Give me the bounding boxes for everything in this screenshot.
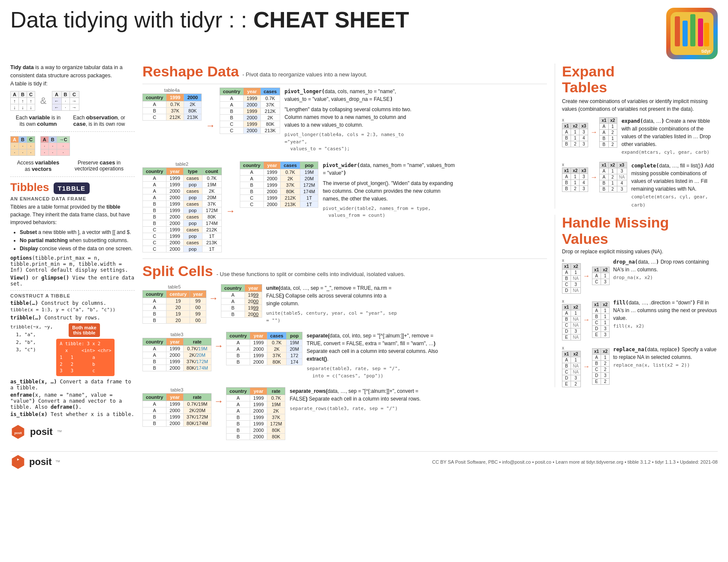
separate-code: separate(table3, rate, sep = "/", into =… [307,365,440,380]
pivot-wider-text: The inverse of pivot_longer(). "Widen" d… [323,179,456,203]
table3b-label: table3 [171,387,184,392]
view-line: View() or glimpse() View the entire data… [10,275,135,287]
svg-rect-3 [690,14,695,46]
tidy-diagrams-2: ABC ··· ··· AB→C ··· ··· [10,136,135,156]
complete-func-desc: complete(data, …, fill = list()) Add mis… [631,162,718,209]
tribble-code: tribble(~x, ~y, 1, "a", 2, "b", 3, "c") [10,323,53,353]
unite-row: table5 country century year A1999 A2000 … [142,284,547,327]
fill-input: x1x2 A1 BNA CNA D3 ENA [562,304,581,340]
bullet-subset: Subset a new tibble with ], a vector wit… [20,228,135,237]
expand-item: x x1x2x3 A13 B14 B23 → x1x2 [562,117,718,156]
reshape-header: Reshape Data - Pivot data to reorganize … [142,64,547,84]
footer: ▶ posit ™ CC BY SA Posit Software, PBC •… [10,451,718,470]
pivot-longer-text: "Lengthen" data by collapsing several co… [284,106,417,129]
main-content: Tidy data is a way to organize tabular d… [10,64,718,445]
replace-na-tables: x x1x2 A1 BNA CNA D3 E2 → [562,346,610,387]
middle-column: Reshape Data - Pivot data to reorganize … [142,64,547,445]
options-line: options(tibble.print_max = n, tibble.pri… [10,255,135,273]
svg-text:▶: ▶ [17,458,19,461]
complete-arrow: → [590,173,597,181]
tibbles-bullets: Subset a new tibble with ], a vector wit… [14,228,135,253]
fill-code: fill(x, x2) [613,323,644,329]
drop-na-arrow: → [583,272,590,280]
table4a-output: country year cases A19990.7K A200037K B1… [220,88,280,134]
th-2000: 2000 [184,94,202,101]
svg-rect-4 [698,18,703,46]
separate-desc: separate(data, col, into, sep = "[^[:aln… [307,332,440,382]
fill-item: x x1x2 A1 BNA CNA D3 ENA → [562,299,718,340]
header-title: Data tidying with tidyr : : CHEAT SHEET [10,8,409,32]
expand-section: ExpandTables Create new combinations of … [555,64,718,209]
tibbles-section: Tibbles T1BBLE AN ENHANCED DATA FRAME Ti… [10,181,135,417]
posit-footer-name: posit [29,456,52,468]
fill-desc: fill(data, …, .direction = "down") Fill … [613,299,718,330]
split-heading: Split Cells [142,263,213,279]
table2: country year type count A1999cases0.7K A… [142,167,222,252]
table5-label: table5 [168,284,181,289]
table2-label: table2 [175,161,188,167]
both-make-button: Both makethis tibble [69,323,100,337]
expand-output-table: x1x2 A1 A2 B1 B2 [599,117,617,148]
posit-footer-hex: ▶ [10,454,26,470]
access-labels: Access variablesas vectors Preserve case… [10,159,135,172]
posit-trademark: ™ [57,429,62,435]
tidyr-logo: tidyr [666,8,718,59]
footer-copyright: CC BY SA Posit Software, PBC • info@posi… [432,459,718,465]
th-1999: 1999 [166,94,184,101]
separate-rows-arrow: → [214,387,224,407]
table2-container: table2 country year type count A1999case… [142,161,222,252]
complete-x-table: x x1x2x3 A13 B14 B23 [562,162,588,192]
table4a-container: table4a country 1999 2000 A0.7K2K B37K80… [142,88,202,155]
replace-na-output: x1x2 A1 B2 C2 D3 E2 [592,348,610,385]
svg-rect-2 [683,21,688,46]
expand-x-table: x x1x2x3 A13 B14 B23 [562,118,588,147]
bullet-display: Display concise views of the data on one… [20,245,135,253]
expand-heading: ExpandTables [562,64,718,96]
expand-output: x1x2 A1 A2 B1 B2 [599,117,617,148]
unite-arrow: → [209,284,218,304]
posit-logo-section: posit posit ™ [10,424,135,440]
missing-heading: Handle Missing Values [562,215,718,247]
replace-na-output-table: x1x2 A1 B2 C2 D3 E2 [592,348,610,385]
right-column: ExpandTables Create new combinations of … [555,64,718,392]
replace-na-item: x x1x2 A1 BNA CNA D3 E2 → [562,346,718,387]
table4a: country 1999 2000 A0.7K2K B37K80K C212K2… [142,94,202,121]
th-country: country [143,94,166,101]
separate-arrow: → [214,332,224,352]
tibble-output: A tibble: 3 x 2 x <int> <chr> 1 1 a 2 2 … [56,339,115,376]
pivot-wider-row: table2 country year type count A1999case… [142,161,547,252]
posit-name: posit [30,426,53,437]
replace-na-code: replace_na(x, list(x2 = 2)) [613,362,690,368]
fill-output-table: x1x2 A1 B1 C1 D3 E3 [592,301,610,338]
svg-rect-1 [675,16,680,46]
replace-na-input: x1x2 A1 BNA CNA D3 E2 [562,351,581,387]
unite-block: table5 country century year A1999 A2000 … [142,284,262,327]
complete-output-table: x1x2x3 A13 A2NA B14 B23 [599,162,627,192]
tribble-code-block: tribble(~x, ~y, 1, "a", 2, "b", 3, "c") [10,323,53,353]
separate-row: table3 country year rate A19990.7K/19M A… [142,332,547,382]
tibble-logo-badge: T1BBLE [54,182,90,194]
drop-na-code: drop_na(x, x2) [613,275,653,280]
table5: country century year A1999 A2000 B1999 B… [142,290,206,324]
complete-visual: x x1x2x3 A13 B14 B23 → x1x2x3 [562,162,627,192]
as-tibble-line: as_tibble(x, …) Convert a data frame to … [10,379,135,391]
th-year-out: year [244,88,260,95]
drop-na-tables: x x1x2 A1 BNA C3 DNA → [562,258,610,294]
fill-output: x1x2 A1 B1 C1 D3 E3 [592,301,610,338]
table5-out-container: country year A1999 A2000 B1999 B2000 [221,284,262,318]
tidy-data-section: Tidy data is a way to organize tabular d… [10,64,135,172]
drop-na-item: x x1x2 A1 BNA C3 DNA → [562,258,718,294]
missing-section: Handle Missing Values Drop or replace ex… [555,215,718,387]
header: Data tidying with tidyr : : CHEAT SHEET … [10,8,718,59]
separate-rows-block: table3 country year rate A19990.7K/19M A… [142,387,285,440]
table3b-output: country year rate A19990.7K A199919M A20… [226,387,285,440]
svg-text:tidyr: tidyr [701,49,711,54]
drop-na-output: x1x2 A1 C3 [592,267,610,285]
complete-item: x x1x2x3 A13 B14 B23 → x1x2x3 [562,162,718,209]
construct-section: CONSTRUCT A TIBBLE tibble(…) Construct b… [10,290,135,417]
tibbles-header: Tibbles T1BBLE [10,181,135,195]
variable-label: Each variable is inits own column [10,114,66,127]
tibbles-heading: Tibbles [10,181,49,194]
enframe-line: enframe(x, name = "name", value = "value… [10,392,135,410]
separate-rows-row: table3 country year rate A19990.7K/19M A… [142,387,547,440]
